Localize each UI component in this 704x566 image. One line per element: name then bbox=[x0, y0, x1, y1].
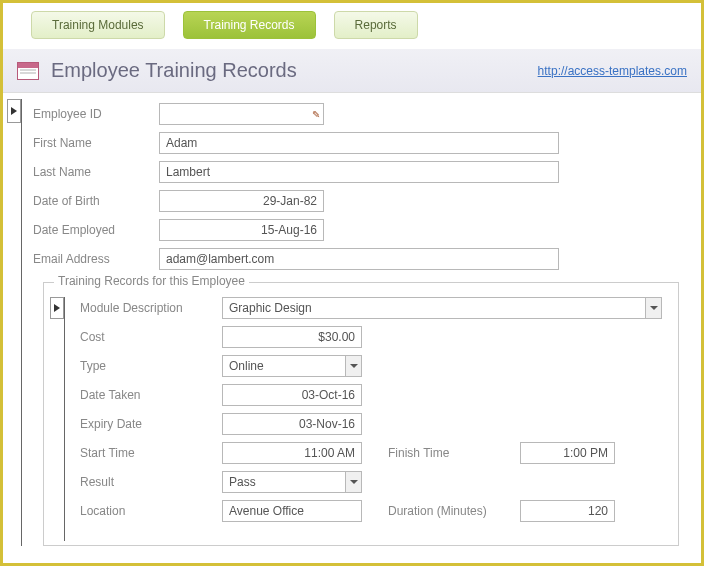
record-selector[interactable] bbox=[7, 99, 21, 123]
label-dob: Date of Birth bbox=[33, 194, 159, 208]
module-field[interactable] bbox=[222, 297, 662, 319]
chevron-down-icon bbox=[345, 472, 361, 492]
type-field[interactable] bbox=[222, 355, 362, 377]
label-last-name: Last Name bbox=[33, 165, 159, 179]
first-name-field[interactable] bbox=[159, 132, 559, 154]
label-duration: Duration (Minutes) bbox=[388, 504, 520, 518]
label-start-time: Start Time bbox=[80, 446, 222, 460]
result-select[interactable] bbox=[222, 471, 362, 493]
sub-current-record-icon bbox=[54, 304, 60, 312]
module-select[interactable] bbox=[222, 297, 662, 319]
dob-field[interactable] bbox=[159, 190, 324, 212]
expiry-field[interactable] bbox=[222, 413, 362, 435]
label-date-taken: Date Taken bbox=[80, 388, 222, 402]
result-field[interactable] bbox=[222, 471, 362, 493]
form-header: Employee Training Records http://access-… bbox=[3, 49, 701, 93]
training-records-legend: Training Records for this Employee bbox=[54, 274, 249, 288]
chevron-down-icon bbox=[645, 298, 661, 318]
label-first-name: First Name bbox=[33, 136, 159, 150]
sub-record-divider bbox=[64, 297, 65, 541]
email-field[interactable] bbox=[159, 248, 559, 270]
templates-link[interactable]: http://access-templates.com bbox=[538, 64, 687, 78]
form-icon bbox=[17, 62, 39, 80]
record-divider bbox=[21, 99, 22, 546]
page-title: Employee Training Records bbox=[51, 59, 297, 82]
label-result: Result bbox=[80, 475, 222, 489]
sub-record-selector[interactable] bbox=[50, 297, 64, 319]
duration-field[interactable] bbox=[520, 500, 615, 522]
label-location: Location bbox=[80, 504, 222, 518]
tab-training-modules[interactable]: Training Modules bbox=[31, 11, 165, 39]
current-record-icon bbox=[11, 107, 17, 115]
chevron-down-icon bbox=[345, 356, 361, 376]
last-name-field[interactable] bbox=[159, 161, 559, 183]
label-module: Module Description bbox=[80, 301, 222, 315]
tab-reports[interactable]: Reports bbox=[334, 11, 418, 39]
edit-pencil-icon: ✎ bbox=[312, 109, 320, 120]
start-time-field[interactable] bbox=[222, 442, 362, 464]
date-taken-field[interactable] bbox=[222, 384, 362, 406]
training-records-group: Training Records for this Employee Modul… bbox=[43, 282, 679, 546]
employee-id-field[interactable] bbox=[159, 103, 324, 125]
finish-time-field[interactable] bbox=[520, 442, 615, 464]
tab-training-records[interactable]: Training Records bbox=[183, 11, 316, 39]
label-expiry: Expiry Date bbox=[80, 417, 222, 431]
date-employed-field[interactable] bbox=[159, 219, 324, 241]
cost-field[interactable] bbox=[222, 326, 362, 348]
label-type: Type bbox=[80, 359, 222, 373]
label-cost: Cost bbox=[80, 330, 222, 344]
label-date-employed: Date Employed bbox=[33, 223, 159, 237]
app-frame: Training Modules Training Records Report… bbox=[0, 0, 704, 566]
location-field[interactable] bbox=[222, 500, 362, 522]
label-finish-time: Finish Time bbox=[388, 446, 520, 460]
employee-form: Employee ID ✎ First Name Last Name Date … bbox=[3, 93, 701, 546]
tab-bar: Training Modules Training Records Report… bbox=[3, 11, 701, 49]
type-select[interactable] bbox=[222, 355, 362, 377]
label-email: Email Address bbox=[33, 252, 159, 266]
label-employee-id: Employee ID bbox=[33, 107, 159, 121]
